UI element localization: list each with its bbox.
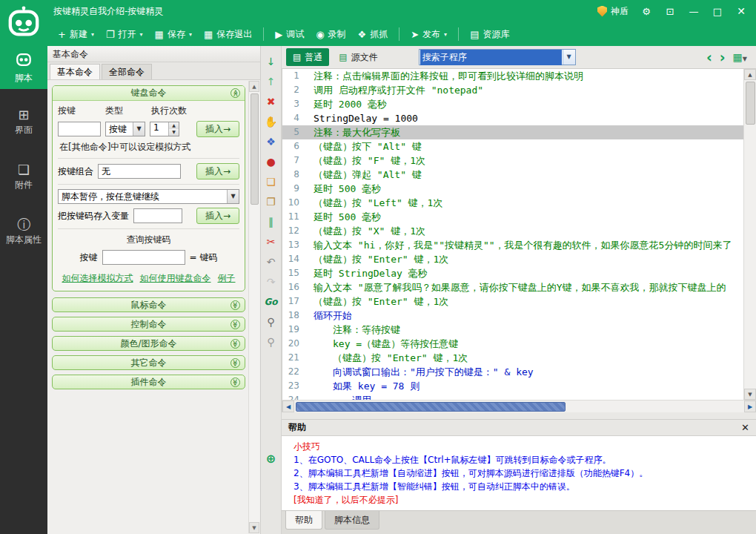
sidebar-item-attachment[interactable]: ❏附件 bbox=[0, 156, 47, 199]
section-header[interactable]: 其它命令≪ bbox=[52, 355, 245, 370]
code-line[interactable]: 10（键盘）按 "Left" 键，1次 bbox=[282, 196, 743, 210]
help-link[interactable]: 如何选择模拟方式 bbox=[62, 272, 133, 285]
sidebar-item-script-props[interactable]: ⓘ脚本属性 bbox=[0, 211, 47, 254]
code-line[interactable]: 3延时 2000 毫秒 bbox=[282, 97, 743, 111]
pause-mode-select[interactable]: 脚本暂停，按任意键继续 ▼ bbox=[58, 189, 239, 204]
code-line[interactable]: 17（键盘）按 "Enter" 键，1次 bbox=[282, 294, 743, 309]
code-line[interactable]: 4StringDelay = 1000 bbox=[282, 111, 743, 125]
code-line[interactable]: 2调用 启动程序或打开文件 "notepad" bbox=[282, 83, 743, 97]
grab-button[interactable]: ❖抓抓 bbox=[352, 24, 394, 44]
minimize-button[interactable]: — bbox=[688, 6, 700, 17]
code-line[interactable]: 15延时 StringDelay 毫秒 bbox=[282, 266, 743, 280]
code-line[interactable]: 14（键盘）按 "Enter" 键，1次 bbox=[282, 252, 743, 266]
spin-up-icon[interactable]: ▲ bbox=[169, 122, 179, 129]
sidebar-item-script[interactable]: 脚本 bbox=[0, 46, 47, 89]
library-button[interactable]: ▤资源库 bbox=[464, 24, 515, 44]
key-combo-select[interactable]: 无 bbox=[98, 164, 181, 179]
maximize-button[interactable]: □ bbox=[712, 6, 723, 17]
code-line[interactable]: 9延时 500 毫秒 bbox=[282, 182, 743, 196]
scrollbar-thumb[interactable] bbox=[746, 82, 755, 125]
code-line[interactable]: 7（键盘）按 "F" 键，1次 bbox=[282, 154, 743, 168]
code-line[interactable]: 1注释：点击编辑界面的注释按钮，即可看到比较详细的脚本说明 bbox=[282, 69, 743, 83]
code-line[interactable]: 6（键盘）按下 "Alt" 键 bbox=[282, 139, 743, 154]
scrollbar-thumb[interactable] bbox=[296, 402, 566, 412]
code-line[interactable]: 22向调试窗口输出："用户按下的键是：" & key bbox=[282, 365, 743, 379]
dropdown-arrow-icon[interactable]: ▼ bbox=[133, 122, 145, 136]
redo-icon[interactable]: ↷ bbox=[264, 275, 279, 289]
help-close-icon[interactable]: ✕ bbox=[741, 422, 749, 433]
breakpoint-icon[interactable]: ● bbox=[264, 155, 279, 168]
undo-icon[interactable]: ↶ bbox=[264, 255, 279, 268]
view-layout-icon[interactable]: ▦▼ bbox=[733, 51, 747, 63]
expand-icon[interactable]: ≪ bbox=[231, 378, 240, 387]
nav-back-icon[interactable]: ‹ bbox=[706, 50, 712, 65]
scroll-up-icon[interactable]: ▲ bbox=[249, 81, 259, 92]
scroll-down-icon[interactable]: ▼ bbox=[744, 389, 756, 400]
code-line[interactable]: 24调用 bbox=[282, 393, 743, 400]
insert-key-button[interactable]: 插入→ bbox=[196, 121, 239, 137]
bottom-tab-script-info[interactable]: 脚本信息 bbox=[325, 511, 379, 530]
save-exit-button[interactable]: ▦保存退出 bbox=[198, 24, 258, 44]
settings-gear-icon[interactable]: ⚙ bbox=[640, 6, 652, 17]
collapse-icon[interactable]: ≪ bbox=[231, 88, 240, 98]
scrollbar-thumb[interactable] bbox=[251, 93, 259, 205]
expand-icon[interactable]: ≪ bbox=[231, 320, 240, 329]
embed-window-icon[interactable]: ⊡ bbox=[664, 6, 676, 17]
code-line[interactable]: 19注释：等待按键 bbox=[282, 323, 743, 337]
subroutine-search-combo[interactable]: 搜索子程序 ▼ bbox=[419, 49, 576, 65]
code-line[interactable]: 18循环开始 bbox=[282, 309, 743, 323]
shield-badge[interactable]: 神盾 bbox=[597, 5, 629, 18]
paste-icon[interactable]: ❐ bbox=[264, 195, 279, 208]
nav-forward-icon[interactable]: › bbox=[720, 50, 726, 65]
open-button[interactable]: ❐打开▾ bbox=[100, 24, 149, 44]
save-button[interactable]: ▦保存▾ bbox=[149, 24, 198, 44]
section-header[interactable]: 颜色/图形命令≪ bbox=[52, 336, 245, 351]
tab-source-view[interactable]: ▤ 源文件 bbox=[332, 48, 384, 66]
section-header-keyboard[interactable]: 键盘命令 ≪ bbox=[53, 86, 245, 101]
section-header[interactable]: 控制命令≪ bbox=[52, 317, 245, 332]
scroll-up-icon[interactable]: ▲ bbox=[744, 69, 756, 80]
key-type-select[interactable]: 按键 ▼ bbox=[105, 122, 145, 136]
record-button[interactable]: ◉录制 bbox=[310, 24, 351, 44]
plugin-icon[interactable]: ❖ bbox=[264, 135, 279, 148]
debug-button[interactable]: ▶调试 bbox=[269, 24, 310, 44]
code-line[interactable]: 5注释：最大化写字板 bbox=[282, 125, 743, 139]
section-header[interactable]: 鼠标命令≪ bbox=[52, 297, 245, 312]
panel-tab[interactable]: 全部命令 bbox=[102, 64, 152, 79]
code-line[interactable]: 12（键盘）按 "X" 键，1次 bbox=[282, 224, 743, 238]
move-line-down-icon[interactable]: ↓ bbox=[264, 55, 279, 68]
bottom-tab-help[interactable]: 帮助 bbox=[285, 511, 322, 530]
code-line[interactable]: 21（键盘）按 "Enter" 键，1次 bbox=[282, 351, 743, 365]
editor-hscrollbar[interactable]: ◀ ▶ bbox=[282, 400, 756, 412]
web-icon[interactable]: ⊕ bbox=[264, 452, 279, 466]
times-spinner[interactable]: 1 ▲▼ bbox=[150, 122, 179, 136]
sidebar-item-interface[interactable]: ⊞界面 bbox=[0, 101, 47, 144]
drag-hand-icon[interactable]: ✋ bbox=[264, 115, 279, 128]
insert-pause-button[interactable]: 插入→ bbox=[196, 208, 239, 224]
uncomment-icon[interactable]: ✂ bbox=[264, 235, 279, 248]
code-line[interactable]: 13输入文本 "hi，你好，我是""按键精灵""，我是个很有趣的软件，如果你愿意… bbox=[282, 238, 743, 252]
section-header[interactable]: 插件命令≪ bbox=[52, 375, 245, 389]
spin-down-icon[interactable]: ▼ bbox=[169, 129, 179, 136]
scroll-right-icon[interactable]: ▶ bbox=[744, 400, 756, 412]
new-button[interactable]: +新建▾ bbox=[52, 24, 100, 44]
panel-tab[interactable]: 基本命令 bbox=[50, 64, 100, 79]
combo-dropdown-icon[interactable]: ▼ bbox=[563, 50, 575, 65]
store-var-input[interactable] bbox=[133, 208, 182, 223]
insert-combo-button[interactable]: 插入→ bbox=[196, 163, 239, 179]
expand-icon[interactable]: ≪ bbox=[231, 339, 240, 349]
expand-icon[interactable]: ≪ bbox=[231, 358, 240, 368]
help-link[interactable]: 如何使用键盘命令 bbox=[140, 272, 211, 285]
code-line[interactable]: 11延时 500 毫秒 bbox=[282, 210, 743, 224]
publish-button[interactable]: ➤发布▾ bbox=[405, 24, 453, 44]
key-input[interactable] bbox=[58, 122, 101, 136]
dropdown-arrow-icon[interactable]: ▼ bbox=[227, 190, 239, 203]
tab-normal-view[interactable]: ▤ 普通 bbox=[286, 48, 329, 66]
code-line[interactable]: 8（键盘）弹起 "Alt" 键 bbox=[282, 168, 743, 182]
comment-icon[interactable]: ∥ bbox=[264, 215, 279, 228]
panel-scrollbar[interactable]: ▲ ▼ bbox=[248, 81, 259, 533]
goto-icon[interactable]: Go bbox=[264, 295, 279, 309]
copy-icon[interactable]: ❏ bbox=[264, 175, 279, 188]
close-button[interactable]: ✕ bbox=[735, 5, 747, 17]
delete-line-icon[interactable]: ✖ bbox=[264, 95, 279, 108]
